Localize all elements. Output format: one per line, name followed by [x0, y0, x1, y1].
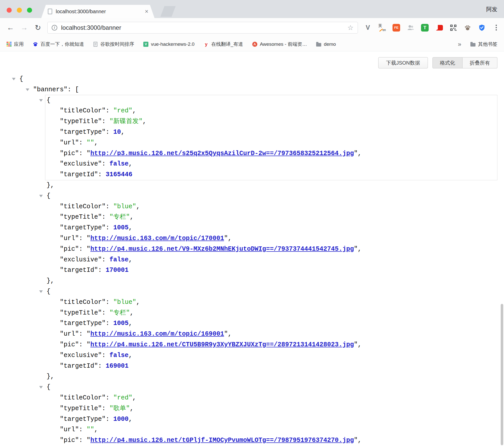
other-bookmarks-folder[interactable]: 其他书签 [470, 41, 497, 48]
browser-tab[interactable]: localhost:3000/banner × [41, 5, 155, 18]
json-line: "targetId": 169001 [0, 361, 504, 371]
json-line: "typeTitle": "专栏", [0, 212, 504, 222]
json-link[interactable]: http://p4.music.126.net/tGPljf-IMOCyPvum… [90, 437, 354, 444]
collapse-toggle-icon[interactable] [39, 290, 43, 293]
format-button[interactable]: 格式化 [432, 57, 463, 68]
youtube-extension-icon[interactable] [435, 24, 443, 32]
json-line: }, [0, 371, 504, 382]
scrollbar-thumb[interactable] [501, 304, 503, 445]
collapse-toggle-icon[interactable] [12, 78, 16, 80]
json-line: "pic": "http://p4.music.126.net/tGPljf-I… [0, 435, 504, 446]
bookmark-item-vue-hackernews[interactable]: V vue-hackernews-2.0 [143, 41, 194, 47]
collapse-all-button[interactable]: 折叠所有 [463, 57, 497, 68]
vimium-extension-icon[interactable]: V [364, 24, 372, 32]
json-line: "url": "", [45, 138, 497, 148]
folder-icon [470, 43, 475, 47]
fe-extension-icon[interactable]: FE [393, 24, 400, 32]
page-info-icon[interactable]: i [52, 25, 57, 31]
url-text[interactable]: localhost:3000/banner [61, 24, 121, 31]
tab-close-icon[interactable]: × [144, 8, 149, 14]
json-line: "typeTitle": "新碟首发", [45, 116, 497, 127]
address-bar[interactable]: i localhost:3000/banner ☆ [47, 22, 358, 34]
json-line: "banners": [ [0, 84, 504, 95]
json-line: "url": "http://music.163.com/m/topic/169… [0, 329, 504, 339]
json-line: }, [0, 276, 504, 286]
page-icon [93, 42, 98, 47]
bookmark-label: 应用 [14, 41, 24, 48]
reload-icon[interactable]: ↻ [33, 23, 43, 32]
tab-title: localhost:3000/banner [56, 9, 144, 14]
collapse-toggle-icon[interactable] [39, 195, 43, 197]
json-line: "targetType": 10, [45, 127, 497, 138]
bookmark-label: vue-hackernews-2.0 [151, 41, 194, 47]
extension-icons-row: V 英 en FE T [364, 24, 500, 32]
baidu-paw-icon [33, 42, 38, 47]
json-page-controls: 下载JSON数据 格式化 折叠所有 [378, 57, 497, 68]
vue-icon: V [143, 42, 148, 47]
json-line: "targetType": 1000, [0, 414, 504, 425]
youdao-icon: y [204, 42, 209, 47]
json-line: }, [0, 180, 504, 191]
bookmark-label: 其他书签 [478, 41, 497, 48]
back-icon[interactable]: ← [6, 23, 15, 32]
bookmark-label: demo [324, 41, 336, 47]
json-line: { [0, 191, 504, 201]
bookmark-item-youdao[interactable]: y 在线翻译_有道 [204, 41, 243, 48]
json-line: "titleColor": "red", [45, 106, 497, 116]
close-window-button[interactable] [7, 8, 12, 13]
shield-check-extension-icon[interactable] [478, 24, 486, 32]
minimize-window-button[interactable] [17, 8, 22, 13]
json-line: "exclusive": false, [0, 350, 504, 361]
json-link[interactable]: http://music.163.com/m/topic/169001 [90, 330, 224, 338]
json-line: "titleColor": "red", [0, 393, 504, 403]
bookmark-label: 在线翻译_有道 [211, 41, 243, 48]
view-mode-group: 格式化 折叠所有 [432, 57, 497, 68]
people-extension-icon[interactable] [407, 24, 414, 32]
json-line: "typeTitle": "专栏", [0, 308, 504, 318]
forward-icon[interactable]: → [19, 23, 29, 32]
json-viewer: {"banners": [{"titleColor": "red","typeT… [0, 74, 504, 446]
json-line: "titleColor": "blue", [0, 297, 504, 308]
json-line: "url": "http://music.163.com/m/topic/170… [0, 233, 504, 244]
translate-extension-icon[interactable]: 英 en [378, 24, 386, 32]
collapse-toggle-icon[interactable] [26, 88, 29, 91]
folder-icon [316, 43, 321, 47]
t-shield-extension-icon[interactable]: T [421, 24, 429, 32]
bookmark-item-awesomes[interactable]: A Awesomes - 前端资… [252, 41, 307, 48]
json-link[interactable]: http://p3.music.126.net/s25q2x5QyqsAzilC… [90, 150, 354, 157]
bookmark-item-google-sort[interactable]: 谷歌按时间排序 [93, 41, 134, 48]
browser-window: localhost:3000/banner × 阿发 ← → ↻ i local… [0, 0, 504, 446]
fullscreen-window-button[interactable] [27, 8, 32, 13]
bookmark-item-demo[interactable]: demo [316, 41, 336, 47]
page-content: 下载JSON数据 格式化 折叠所有 {"banners": [{"titleCo… [0, 51, 504, 446]
json-object-highlight-box: {"titleColor": "red","typeTitle": "新碟首发"… [45, 95, 497, 180]
json-link[interactable]: http://music.163.com/m/topic/170001 [90, 235, 224, 242]
json-link[interactable]: http://p4.music.126.net/V9-MXz6b2MNhEKju… [90, 245, 354, 253]
apps-shortcut[interactable]: 应用 [7, 41, 24, 48]
json-line: "exclusive": false, [0, 255, 504, 265]
qr-code-extension-icon[interactable] [450, 24, 457, 32]
browser-menu-icon[interactable] [492, 24, 500, 32]
json-line: "pic": "http://p4.music.126.net/CTU5B9R9… [0, 339, 504, 350]
bookmarks-overflow-icon[interactable]: » [458, 41, 461, 48]
profile-name[interactable]: 阿发 [486, 6, 497, 13]
bookmark-label: 百度一下，你就知道 [40, 41, 84, 48]
collapse-toggle-icon[interactable] [39, 99, 43, 102]
json-line: { [0, 74, 504, 84]
json-line: { [0, 286, 504, 297]
awesomes-icon: A [252, 42, 257, 47]
collapse-toggle-icon[interactable] [39, 386, 43, 389]
json-line: "targetType": 1005, [0, 222, 504, 233]
bookmark-star-icon[interactable]: ☆ [347, 24, 354, 32]
paw-extension-icon[interactable] [464, 24, 471, 32]
bookmark-label: 谷歌按时间排序 [100, 41, 134, 48]
json-line: "exclusive": false, [45, 159, 497, 169]
json-link[interactable]: http://p4.music.126.net/CTU5B9R9y3XyYBZX… [90, 341, 354, 348]
bookmarks-bar: 应用 百度一下，你就知道 谷歌按时间排序 V vue-hackernews-2.… [0, 37, 504, 51]
download-json-button[interactable]: 下载JSON数据 [378, 57, 428, 68]
bookmark-item-baidu[interactable]: 百度一下，你就知道 [33, 41, 84, 48]
new-tab-button[interactable] [160, 6, 176, 17]
json-line: "pic": "http://p3.music.126.net/s25q2x5Q… [45, 148, 497, 159]
tab-bar: localhost:3000/banner × 阿发 [0, 0, 504, 18]
json-line: "url": "", [0, 424, 504, 435]
